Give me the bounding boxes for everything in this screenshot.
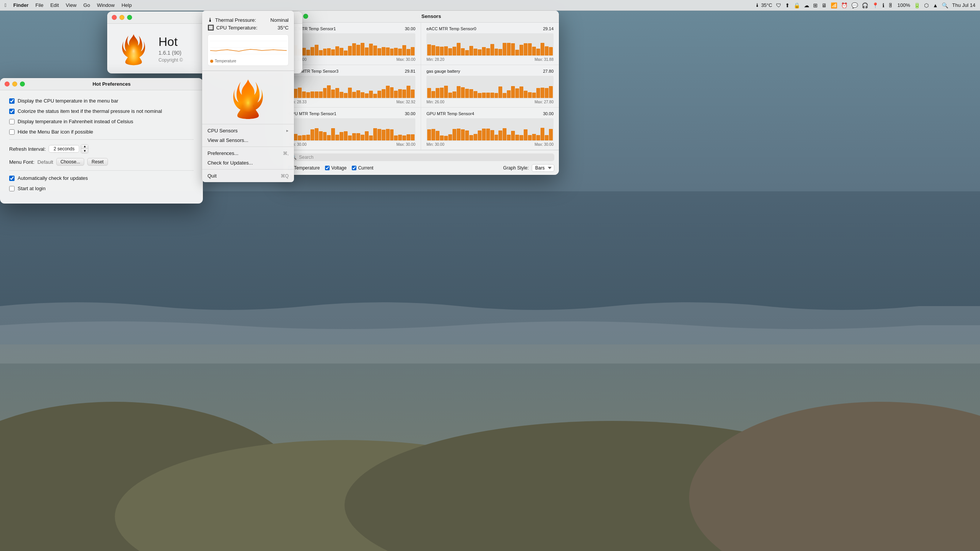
clock-icon[interactable]: ⏰ — [841, 2, 848, 8]
help-menu[interactable]: Help — [121, 2, 132, 8]
sensor-header: gas gauge battery 27.80 — [426, 69, 554, 73]
bar-segment — [390, 87, 394, 98]
cpu-sensors-item[interactable]: CPU Sensors ▸ — [202, 126, 294, 135]
pref-check-1[interactable] — [9, 98, 15, 104]
bar-segment — [294, 134, 297, 140]
maximize-button[interactable] — [127, 15, 132, 20]
bar-segment — [549, 86, 553, 98]
bar-segment — [298, 135, 302, 140]
prefs-close-button[interactable] — [5, 82, 10, 86]
filter-current-check[interactable] — [352, 166, 356, 170]
file-menu[interactable]: File — [35, 2, 43, 8]
check-updates-item[interactable]: Check for Updates... — [202, 158, 294, 168]
shield-icon[interactable]: 🛡 — [776, 2, 781, 8]
sensor-bar-chart — [426, 33, 554, 56]
minimize-button[interactable] — [119, 15, 124, 20]
preferences-item[interactable]: Preferences... ⌘, — [202, 148, 294, 158]
prefs-maximize-button[interactable] — [20, 82, 25, 86]
submenu-arrow: ▸ — [286, 128, 289, 133]
sliders-icon[interactable]: 🎚 — [888, 2, 893, 8]
bar-segment — [549, 129, 553, 140]
bar-segment — [344, 131, 348, 140]
bar-segment — [457, 86, 461, 98]
bar-segment — [377, 129, 381, 140]
pref-check-6[interactable] — [9, 186, 15, 191]
edit-menu[interactable]: Edit — [50, 2, 59, 8]
bar-segment — [407, 49, 410, 55]
pref-check-3[interactable] — [9, 119, 15, 124]
bar-segment — [495, 93, 498, 98]
menu-font-label: Menu Font: — [9, 159, 34, 165]
upload-icon[interactable]: ⬆ — [785, 2, 790, 8]
stepper-up[interactable]: ▲ — [81, 145, 88, 149]
sensor-max: Max: 27.80 — [535, 100, 554, 104]
bar-segment — [323, 132, 327, 140]
view-all-sensors-item[interactable]: View all Sensors... — [202, 135, 294, 145]
sensor-cell-1: eACC MTR Temp Sensor0 29.14 Min: 28.20 M… — [421, 23, 559, 65]
apple-menu[interactable]:  — [5, 2, 7, 8]
display-icon[interactable]: 🖥 — [822, 2, 827, 8]
bar-segment — [390, 49, 394, 55]
location-icon[interactable]: 📍 — [872, 2, 879, 8]
sensor-name: eACC MTR Temp Sensor0 — [426, 26, 476, 31]
info-icon[interactable]: ℹ — [882, 2, 884, 8]
pref-row-3: Display temperature in Fahrenheit instea… — [9, 119, 194, 124]
menubar:  Finder File Edit View Go Window Help 🌡… — [0, 0, 980, 11]
sensors-content: ANE MTR Temp Sensor1 30.00 Min: 30.00 Ma… — [283, 23, 559, 175]
view-menu[interactable]: View — [66, 2, 77, 8]
bar-segment — [507, 90, 511, 98]
chat-icon[interactable]: 💬 — [851, 2, 858, 8]
cloud-icon[interactable]: ☁ — [804, 2, 809, 8]
search-icon[interactable]: 🔍 — [942, 2, 948, 8]
bar-segment — [469, 89, 473, 98]
wifi-icon[interactable]: 📶 — [831, 2, 837, 8]
headphones-icon[interactable]: 🎧 — [862, 2, 868, 8]
sensor-minmax: Min: 28.20 Max: 31.88 — [426, 57, 554, 62]
bar-segment — [478, 130, 482, 140]
pref-check-5[interactable] — [9, 176, 15, 181]
bar-segment — [306, 92, 310, 98]
bar-segment — [340, 48, 343, 55]
sensor-cell-0: ANE MTR Temp Sensor1 30.00 Min: 30.00 Ma… — [283, 23, 421, 65]
menu-separator-2 — [202, 147, 294, 147]
graph-style-select[interactable]: Bars Lines — [532, 164, 554, 172]
bar-segment — [511, 86, 515, 98]
prefs-minimize-button[interactable] — [12, 82, 17, 86]
bar-segment — [335, 88, 339, 98]
bar-segment — [365, 47, 369, 56]
app-version: 1.6.1 (90) — [158, 50, 183, 56]
bar-segment — [515, 135, 519, 141]
pref-check-2[interactable] — [9, 109, 15, 114]
bar-segment — [524, 43, 528, 55]
sensors-search-bar[interactable]: 🔍 Search — [288, 153, 554, 161]
sensor-value: 29.81 — [405, 69, 415, 73]
close-button[interactable] — [112, 15, 117, 20]
go-menu[interactable]: Go — [83, 2, 90, 8]
filter-voltage-check[interactable] — [325, 166, 330, 170]
quit-item[interactable]: Quit ⌘Q — [202, 171, 294, 181]
sensors-maximize-button[interactable] — [303, 14, 308, 19]
bar-segment — [448, 93, 452, 98]
app-name-menu[interactable]: Finder — [13, 2, 29, 8]
temp-display[interactable]: 🌡 35°C — [755, 2, 772, 8]
bar-segment — [541, 88, 544, 98]
bar-segment — [461, 87, 465, 98]
pref-label-5: Automatically check for updates — [18, 175, 88, 181]
bar-segment — [394, 135, 398, 140]
window-menu[interactable]: Window — [97, 2, 114, 8]
bar-segment — [369, 44, 373, 55]
pref-check-4[interactable] — [9, 129, 15, 135]
sensor-value: 30.00 — [543, 111, 554, 116]
bar-segment — [386, 47, 390, 55]
lock-icon[interactable]: 🔒 — [794, 2, 800, 8]
sensor-cell-5: GPU MTR Temp Sensor4 30.00 Min: 30.00 Ma… — [421, 108, 559, 150]
bar-segment — [306, 50, 310, 55]
stepper-down[interactable]: ▼ — [81, 149, 88, 153]
reset-font-button[interactable]: Reset — [87, 158, 108, 166]
bluetooth-icon[interactable]: ⬡ — [924, 2, 929, 8]
bar-segment — [394, 91, 398, 98]
wifi-status-icon[interactable]: ▲ — [933, 2, 938, 8]
bar-segment — [486, 93, 490, 98]
grid-icon[interactable]: ⊞ — [813, 2, 818, 8]
choose-font-button[interactable]: Choose... — [56, 158, 84, 166]
